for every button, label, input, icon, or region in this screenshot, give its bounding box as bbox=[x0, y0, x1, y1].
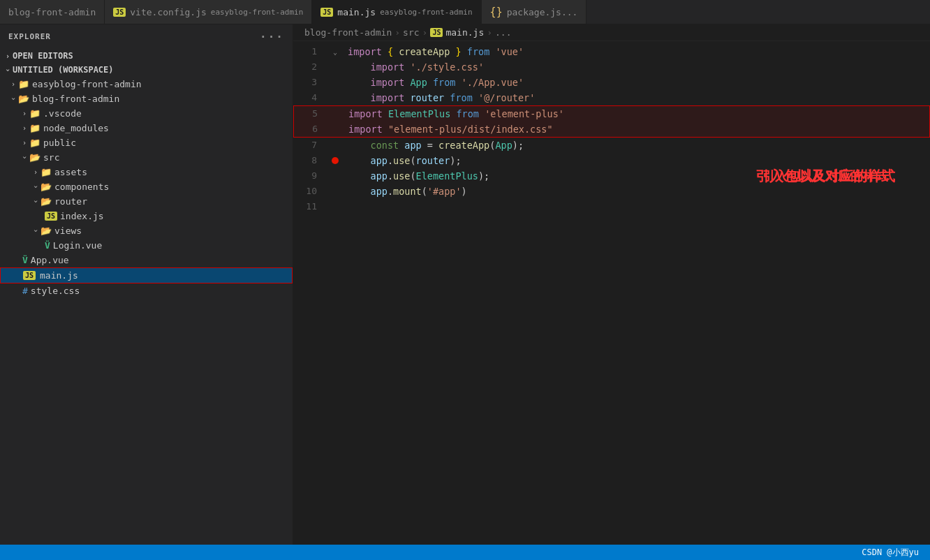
breadcrumb-part4: ... bbox=[495, 27, 511, 38]
tree-label: style.css bbox=[31, 286, 80, 296]
sidebar-item-main-js[interactable]: JS main.js bbox=[0, 267, 293, 283]
line-number: 11 bbox=[293, 199, 328, 214]
folder-open-icon: 📂 bbox=[40, 226, 52, 236]
sidebar-item-blog-front-admin[interactable]: 📂 blog-front-admin bbox=[0, 91, 293, 106]
chevron-down-icon bbox=[22, 154, 27, 161]
sidebar-item-node-modules[interactable]: 📁 node_modules bbox=[0, 121, 293, 135]
folder-icon: 📁 bbox=[29, 138, 40, 148]
breadcrumb-sep2: › bbox=[422, 27, 428, 38]
tree-label: App.vue bbox=[31, 255, 69, 265]
line-gutter bbox=[328, 75, 342, 90]
more-options-icon[interactable]: ··· bbox=[260, 30, 284, 43]
tab-package-json[interactable]: {} package.js... bbox=[482, 0, 587, 24]
line-gutter bbox=[328, 90, 342, 105]
sidebar-item-public[interactable]: 📁 public bbox=[0, 135, 293, 150]
sidebar-item-workspace[interactable]: UNTITLED (WORKSPACE) bbox=[0, 63, 293, 77]
chevron-right-icon bbox=[11, 80, 15, 88]
vue-file-icon: V̈ bbox=[22, 255, 28, 265]
line-number: 6 bbox=[294, 121, 329, 137]
sidebar-item-login-vue[interactable]: V̈ Login.vue bbox=[0, 238, 293, 253]
line-content[interactable]: const app = createApp(App); bbox=[342, 138, 930, 153]
folder-open-icon: 📂 bbox=[40, 196, 52, 207]
sidebar-item-vscode[interactable]: 📁 .vscode bbox=[0, 106, 293, 121]
line-gutter bbox=[328, 199, 342, 214]
bottom-bar: CSDN @小西yu bbox=[0, 545, 930, 560]
line-content[interactable]: import App from './App.vue' bbox=[342, 75, 930, 90]
line-content[interactable]: import router from '@/router' bbox=[342, 90, 930, 105]
js-file-icon: JS bbox=[23, 271, 36, 280]
line-number: 3 bbox=[293, 75, 328, 90]
line-number: 1 bbox=[293, 44, 328, 59]
tab-label: package.js... bbox=[507, 7, 578, 17]
sidebar-item-index-js[interactable]: JS index.js bbox=[0, 209, 293, 223]
chevron-down-icon bbox=[34, 227, 38, 235]
sidebar-item-app-vue[interactable]: V̈ App.vue bbox=[0, 253, 293, 267]
breadcrumb-part2: src bbox=[403, 27, 419, 38]
chevron-down-icon bbox=[34, 198, 38, 205]
code-line-5: 5 import ElementPlus from 'element-plus' bbox=[294, 106, 929, 121]
sidebar-item-easyblog[interactable]: 📁 easyblog-front-admin bbox=[0, 77, 293, 91]
vue-file-icon: V̈ bbox=[45, 240, 50, 251]
chevron-down-icon bbox=[34, 183, 38, 191]
line-content[interactable]: import ElementPlus from 'element-plus' bbox=[343, 106, 929, 121]
line-gutter bbox=[328, 138, 342, 153]
tab-label: main.js bbox=[337, 7, 376, 17]
line-content[interactable]: import "element-plus/dist/index.css" bbox=[343, 121, 929, 137]
chevron-right-icon bbox=[34, 168, 38, 176]
tab-vite-config[interactable]: JS vite.config.js easyblog-front-admin bbox=[105, 0, 312, 24]
collapse-icon: ⌄ bbox=[333, 48, 337, 56]
line-number: 10 bbox=[293, 184, 328, 199]
chevron-down-icon bbox=[6, 66, 10, 74]
chevron-down-icon bbox=[11, 95, 15, 103]
code-line-7: 7 const app = createApp(App); bbox=[293, 138, 930, 153]
tab-main-js[interactable]: JS main.js easyblog-front-admin bbox=[312, 0, 481, 24]
sidebar-item-router[interactable]: 📂 router bbox=[0, 194, 293, 209]
js-icon: JS bbox=[320, 8, 333, 17]
code-line-1: 1 ⌄ import { createApp } from 'vue' bbox=[293, 44, 930, 59]
tree-label: assets bbox=[54, 167, 87, 177]
tree-label: public bbox=[43, 138, 76, 148]
folder-icon: 📁 bbox=[40, 167, 52, 177]
line-number: 2 bbox=[293, 59, 328, 75]
sidebar-item-src[interactable]: 📂 src bbox=[0, 150, 293, 165]
chevron-right-icon bbox=[22, 110, 27, 117]
breakpoint-dot bbox=[332, 157, 339, 164]
line-number: 5 bbox=[294, 106, 329, 121]
line-gutter bbox=[328, 59, 342, 75]
sidebar-item-assets[interactable]: 📁 assets bbox=[0, 165, 293, 179]
sidebar-item-open-editors[interactable]: OPEN EDITORS bbox=[0, 49, 293, 63]
tree-label: components bbox=[54, 182, 109, 192]
line-gutter: ⌄ bbox=[328, 44, 342, 59]
breadcrumb-sep3: › bbox=[487, 27, 492, 38]
tab-blog-front-admin[interactable]: blog-front-admin bbox=[0, 0, 105, 24]
css-file-icon: # bbox=[22, 286, 28, 296]
tab-bar: blog-front-admin JS vite.config.js easyb… bbox=[0, 0, 930, 24]
folder-icon: 📁 bbox=[29, 108, 40, 119]
obj-icon: {} bbox=[490, 6, 503, 18]
js-icon: JS bbox=[113, 8, 126, 17]
line-number: 9 bbox=[293, 168, 328, 184]
line-content[interactable]: app.mount('#app') bbox=[342, 184, 930, 199]
main-layout: EXPLORER ··· OPEN EDITORS UNTITLED (WORK… bbox=[0, 24, 930, 545]
sidebar-item-style-css[interactable]: # style.css bbox=[0, 283, 293, 298]
line-content[interactable]: app.use(router); bbox=[342, 153, 930, 168]
line-gutter bbox=[329, 106, 343, 121]
editor: blog-front-admin › src › JS main.js › ..… bbox=[293, 24, 930, 545]
folder-icon: 📁 bbox=[29, 123, 40, 133]
folder-open-icon: 📂 bbox=[40, 182, 52, 192]
breadcrumb-sep: › bbox=[394, 27, 400, 38]
sidebar-item-views[interactable]: 📂 views bbox=[0, 223, 293, 238]
line-number: 4 bbox=[293, 90, 328, 105]
line-gutter bbox=[328, 168, 342, 184]
sidebar-item-components[interactable]: 📂 components bbox=[0, 179, 293, 194]
line-content[interactable]: import { createApp } from 'vue' bbox=[342, 44, 930, 59]
line-gutter bbox=[329, 121, 343, 137]
breadcrumb: blog-front-admin › src › JS main.js › ..… bbox=[293, 24, 930, 41]
line-number: 8 bbox=[293, 153, 328, 168]
breadcrumb-part3: main.js bbox=[445, 27, 484, 38]
tree-label: node_modules bbox=[43, 123, 109, 133]
line-content[interactable]: import './style.css' bbox=[342, 59, 930, 75]
tree-label: main.js bbox=[40, 270, 78, 281]
sidebar-header: EXPLORER ··· bbox=[0, 24, 293, 49]
tree-label: router bbox=[54, 196, 87, 207]
